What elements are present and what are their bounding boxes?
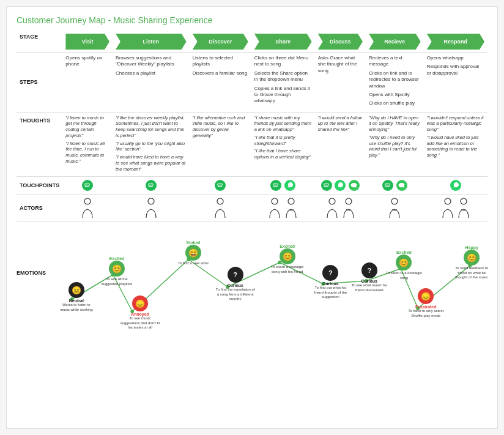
svg-point-0: [83, 181, 92, 190]
actor-figure-female: [456, 197, 471, 218]
actors-cell-5: [366, 195, 424, 222]
emotion-face-curious2: ?: [322, 265, 338, 281]
touchpoints-cell-1: [113, 177, 190, 195]
stage-cell-3: Share: [251, 31, 315, 53]
svg-point-20: [461, 198, 467, 204]
thought-text: "I would send a follow up to the text af…: [318, 115, 363, 133]
thoughts-cell-0: "I listen to music to get me through cod…: [62, 112, 113, 177]
emotion-desc: To see all the suggested playlists: [98, 277, 135, 286]
emotion-desc: To listen to a nostalgic song: [385, 271, 422, 280]
emotions-label: EMOTIONS: [17, 227, 54, 328]
step-text: Chooses a playlist: [116, 70, 187, 76]
thought-text: "I wouldn't respond unless it was a part…: [427, 115, 484, 133]
emotion-face-curious3: ?: [361, 262, 377, 278]
thoughts-cell-6: "I wouldn't respond unless it was a part…: [424, 112, 487, 177]
step-text: Asks Grace what she thought of the song: [318, 55, 363, 74]
emotion-label: Annoyed: [120, 312, 160, 316]
whatsapp-icon: [450, 180, 461, 191]
stage-row: STAGE Visit Listen Discover Share Discus…: [17, 31, 487, 53]
emotions-chart: 😐 Neutral Wants to listen to music while…: [54, 227, 487, 328]
actor-figure: [213, 197, 228, 218]
emotion-desc: To find out what his friend thought of t…: [311, 286, 350, 299]
thoughts-cell-1: "I like the discover weekly playlist. So…: [113, 112, 190, 177]
svg-point-1: [146, 181, 155, 190]
actor-figure: [325, 197, 339, 218]
step-text: Opens spotify on phone: [65, 55, 109, 68]
steps-cell-6: Opens whatsapp Responds with approval or…: [424, 53, 487, 113]
thought-text: "I usually go to the 'you might also lik…: [116, 141, 187, 153]
emotion-label: Excited: [267, 244, 307, 248]
stage-cell-0: Visit: [62, 31, 113, 53]
actor-figure-female: [387, 197, 402, 218]
emotion-desc: To share a nostalgic song with his frien…: [267, 265, 307, 273]
emotion-stoked: Stoked 😄 To find a new artist: [176, 240, 210, 266]
actor-figure-female: [341, 197, 356, 218]
actor-figure: [440, 197, 455, 218]
thought-text: "I share music with my friends by just s…: [254, 115, 312, 133]
emotion-label: Curious: [311, 281, 350, 286]
thought-text: "I like that it is pretty straightforwar…: [254, 135, 312, 147]
stage-share: Share: [254, 34, 312, 50]
steps-cell-3: Clicks on three dot Menu next to song Se…: [251, 53, 315, 113]
stage-cell-5: Recieve: [366, 31, 424, 53]
imessage-icon: [396, 180, 407, 191]
thought-text: "Why do I HAVE to open it on Spotify. Th…: [369, 115, 421, 133]
stage-cell-4: Discuss: [315, 31, 366, 53]
touchpoints-cell-2: [190, 177, 251, 195]
step-text: Browses suggestions and "Discover Weekly…: [116, 55, 187, 68]
steps-row: STEPS Opens spotify on phone Browses sug…: [17, 53, 487, 113]
actor-figure: [80, 197, 95, 218]
actors-cell-4: [315, 195, 366, 222]
svg-point-17: [346, 198, 352, 204]
emotion-desc: To have to only select Shuffle play mode: [406, 309, 446, 318]
steps-label: STEPS: [17, 53, 62, 113]
svg-point-2: [216, 181, 225, 190]
step-text: Opens with Spotify: [369, 92, 421, 98]
touchpoints-cell-5: [366, 177, 424, 195]
title-static: Customer Journey Map -: [17, 15, 113, 25]
emotion-face-excited3: 😊: [396, 255, 412, 270]
emotion-excited-2: Excited 😊 To share a nostalgic song with…: [267, 244, 307, 273]
svg-point-18: [391, 198, 398, 204]
svg-point-14: [272, 198, 278, 204]
emotion-label: Curious: [351, 279, 388, 283]
svg-point-12: [148, 198, 154, 204]
svg-point-8: [384, 181, 393, 190]
emotion-happy: Happy 😊 To send feedback to friend on wh…: [452, 245, 492, 280]
step-text: Clicks on link and is redirected to a br…: [369, 70, 421, 89]
whatsapp-icon: [335, 180, 346, 191]
stage-discuss: Discuss: [318, 34, 363, 50]
spotify-icon: [321, 180, 332, 191]
emotion-desc: To send feedback to friend on what he th…: [452, 266, 492, 280]
svg-point-13: [217, 198, 223, 204]
thoughts-cell-3: "I share music with my friends by just s…: [251, 112, 315, 177]
touchpoints-row: TOUCHPOINTS: [17, 177, 487, 195]
svg-point-16: [329, 198, 335, 204]
thought-text: "I listen to music all the time. I run t…: [65, 141, 109, 165]
emotion-curious-1: ? Curious To find the translation of a s…: [215, 267, 255, 301]
emotion-curious-2: ? Curious To find out what his friend th…: [311, 265, 350, 299]
steps-cell-2: Listens to selected playlists Discovers …: [190, 53, 251, 113]
emotion-label: Excited: [385, 250, 422, 255]
step-text: Responds with approval or disapproval: [427, 64, 484, 76]
emotion-face-neutral: 😐: [69, 282, 84, 298]
emotion-desc: To see music suggestions that don't fit …: [120, 316, 160, 330]
spotify-icon: [270, 180, 281, 191]
stage-recieve: Recieve: [369, 34, 421, 50]
emotion-label: Curious: [215, 283, 255, 288]
emotion-neutral: 😐 Neutral Wants to listen to music while…: [59, 282, 93, 311]
step-text: Opens whatsapp: [427, 55, 484, 61]
emotion-face-excited1: 😊: [109, 261, 125, 277]
emotions-row: EMOTIONS 😐: [17, 227, 487, 328]
thought-text: "I would have liked to just add like an …: [427, 135, 484, 158]
stage-listen: Listen: [116, 34, 187, 50]
whatsapp-icon: [284, 180, 295, 191]
spotify-icon: [82, 180, 93, 191]
emotion-desc: Wants to listen to music while working: [59, 303, 93, 311]
stage-visit: Visit: [65, 34, 109, 50]
thoughts-label: THOUGHTS: [17, 112, 62, 177]
emotion-face-stoked: 😄: [185, 245, 201, 261]
page-title: Customer Journey Map - Music Sharing Exp…: [17, 15, 487, 25]
emotion-label: Neutral: [59, 299, 93, 303]
step-text: Clicks on shuffle play: [369, 100, 421, 106]
